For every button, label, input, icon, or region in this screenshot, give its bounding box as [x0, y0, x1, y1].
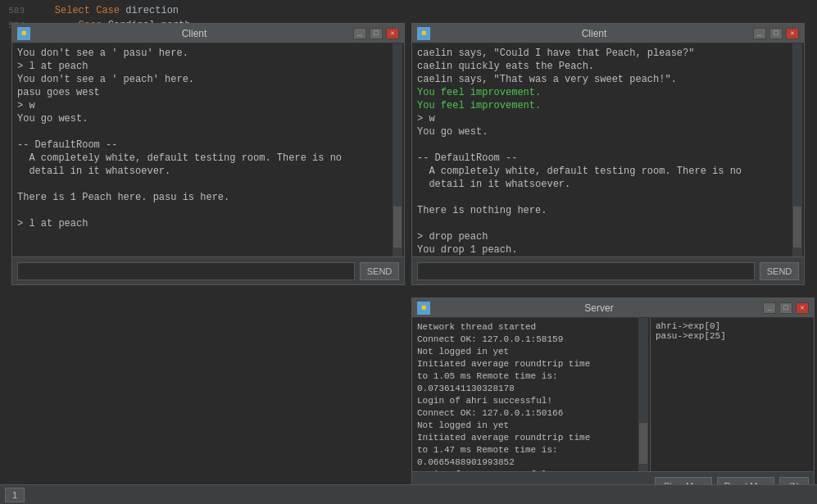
server-titlebar: ■ Server _ □ ✕ — [412, 298, 814, 318]
taskbar-tab-1[interactable]: 1 — [5, 488, 25, 502]
taskbar-tab-1-label: 1 — [12, 490, 17, 500]
client-right-send[interactable]: SEND — [760, 262, 799, 280]
client-left-output: You don't see a ' pasu' here. > l at pea… — [12, 43, 404, 257]
server-window: ■ Server _ □ ✕ Network thread started Co… — [411, 297, 815, 500]
client-right-scrollbar-thumb[interactable] — [793, 207, 801, 247]
client-right-output: caelin says, "Could I have that Peach, p… — [412, 43, 804, 257]
client-right-input-row: SEND — [412, 257, 804, 284]
server-controls[interactable]: _ □ ✕ — [763, 302, 809, 314]
server-icon: ■ — [417, 302, 430, 315]
client-left-minimize[interactable]: _ — [353, 28, 366, 39]
server-log-scrollbar-thumb[interactable] — [639, 423, 647, 464]
client-left-icon: ■ — [17, 27, 30, 40]
client-left-window: ■ Client _ □ ✕ You don't see a ' pasu' h… — [11, 23, 405, 285]
code-line-583: 583 Select Case direction — [0, 3, 817, 18]
client-left-titlebar: ■ Client _ □ ✕ — [12, 24, 404, 43]
client-right-input[interactable] — [417, 262, 755, 280]
client-left-input[interactable] — [17, 262, 355, 280]
taskbar: 1 — [0, 484, 817, 504]
client-right-title: Client — [435, 28, 753, 39]
code-line-602 — [0, 284, 817, 295]
client-left-send[interactable]: SEND — [360, 262, 399, 280]
client-right-controls[interactable]: _ □ ✕ — [753, 28, 799, 39]
client-right-minimize[interactable]: _ — [753, 28, 766, 39]
client-right-icon: ■ — [417, 27, 430, 40]
server-content: Network thread started Connect OK: 127.0… — [412, 318, 814, 471]
server-maximize[interactable]: □ — [779, 302, 792, 314]
client-left-title: Client — [35, 28, 353, 39]
server-log: Network thread started Connect OK: 127.0… — [412, 318, 650, 471]
server-log-scrollbar[interactable] — [638, 318, 648, 471]
server-minimize[interactable]: _ — [763, 302, 776, 314]
client-right-close[interactable]: ✕ — [786, 28, 799, 39]
server-close[interactable]: ✕ — [796, 302, 809, 314]
client-left-maximize[interactable]: □ — [370, 28, 383, 39]
client-right-scrollbar[interactable] — [792, 43, 802, 257]
client-left-content: You don't see a ' pasu' here. > l at pea… — [12, 43, 404, 284]
client-right-window: ■ Client _ □ ✕ caelin says, "Could I hav… — [411, 23, 805, 285]
client-left-close[interactable]: ✕ — [386, 28, 399, 39]
client-left-input-row: SEND — [12, 257, 404, 284]
client-left-controls[interactable]: _ □ ✕ — [353, 28, 399, 39]
client-left-scrollbar-thumb[interactable] — [393, 207, 402, 247]
server-title: Server — [435, 302, 763, 314]
client-right-titlebar: ■ Client _ □ ✕ — [412, 24, 804, 43]
client-left-scrollbar[interactable] — [393, 43, 402, 257]
server-map: ahri->exp[0] pasu->exp[25] — [650, 318, 814, 471]
client-right-maximize[interactable]: □ — [769, 28, 783, 39]
client-right-content: caelin says, "Could I have that Peach, p… — [412, 43, 804, 284]
